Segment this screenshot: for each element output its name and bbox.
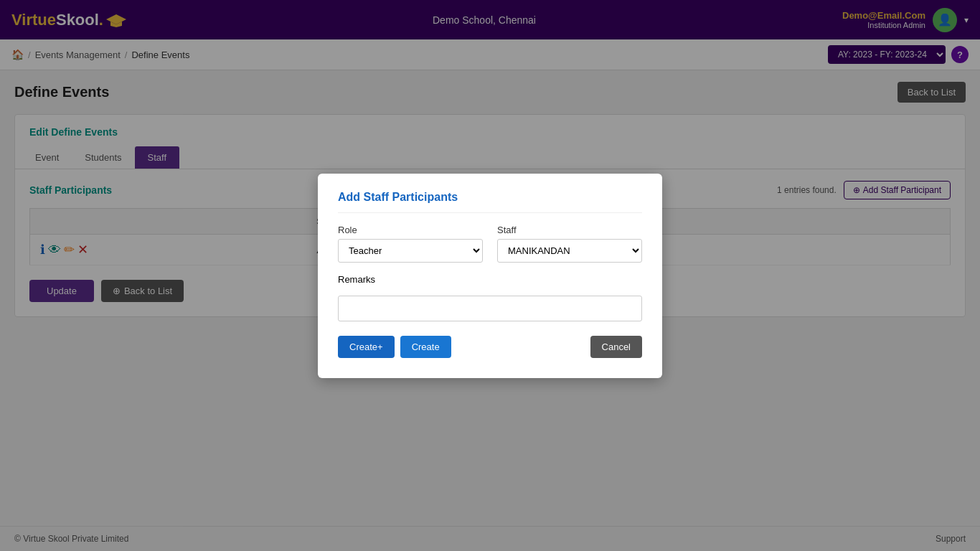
cancel-button[interactable]: Cancel [590, 336, 642, 358]
modal-overlay: Add Staff Participants Role Teacher Prin… [0, 0, 980, 551]
create-button[interactable]: Create [400, 336, 451, 358]
remarks-input[interactable] [338, 296, 642, 321]
remarks-label: Remarks [338, 274, 375, 285]
staff-select[interactable]: MANIKANDAN ARJUN [497, 239, 642, 263]
role-field-group: Role Teacher Principal Coordinator [338, 225, 483, 263]
modal-dialog: Add Staff Participants Role Teacher Prin… [318, 174, 662, 378]
remarks-field-group: Remarks [338, 274, 642, 321]
create-plus-button[interactable]: Create+ [338, 336, 395, 358]
role-label: Role [338, 225, 483, 235]
modal-title: Add Staff Participants [338, 191, 642, 213]
staff-field-group: Staff MANIKANDAN ARJUN [497, 225, 642, 263]
modal-action-buttons: Create+ Create [338, 336, 451, 358]
role-select[interactable]: Teacher Principal Coordinator [338, 239, 483, 263]
modal-form-row-1: Role Teacher Principal Coordinator Staff… [338, 225, 642, 263]
staff-label: Staff [497, 225, 642, 235]
modal-buttons: Create+ Create Cancel [338, 336, 642, 358]
